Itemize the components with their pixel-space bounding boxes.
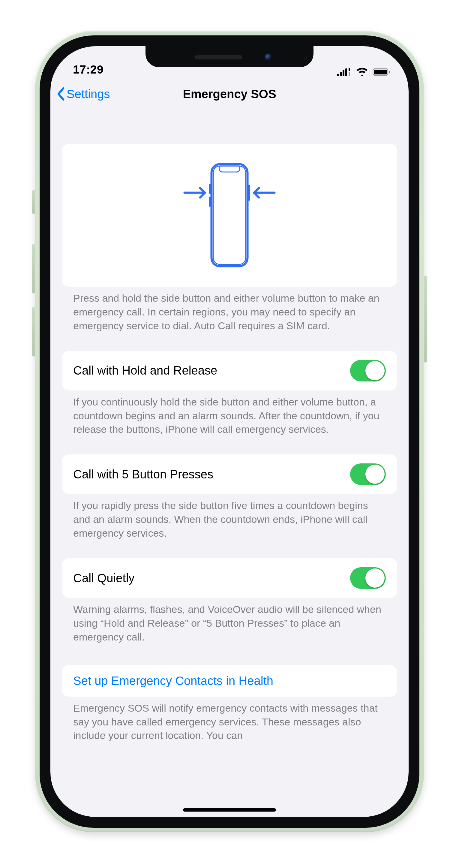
volume-up-button	[32, 244, 35, 293]
back-label: Settings	[67, 87, 110, 101]
illustration-card	[62, 144, 397, 287]
setting-footer: Warning alarms, flashes, and VoiceOver a…	[62, 598, 397, 644]
intro-footer: Press and hold the side button and eithe…	[62, 287, 397, 333]
svg-rect-4	[349, 68, 350, 71]
setting-footer: If you rapidly press the side button fiv…	[62, 494, 397, 540]
setup-emergency-contacts-link[interactable]: Set up Emergency Contacts in Health	[62, 665, 397, 696]
contacts-link-row: Set up Emergency Contacts in Health	[62, 665, 397, 696]
svg-rect-11	[248, 185, 250, 201]
setting-label: Call Quietly	[73, 571, 350, 585]
svg-rect-9	[211, 164, 248, 266]
svg-rect-3	[345, 68, 347, 76]
svg-rect-7	[374, 70, 387, 74]
back-button[interactable]: Settings	[56, 79, 110, 109]
volume-down-button	[32, 307, 35, 356]
toggle-hold-release[interactable]	[350, 360, 386, 381]
device-frame: 17:29	[35, 31, 424, 832]
setting-label: Call with 5 Button Presses	[73, 468, 350, 481]
front-camera	[264, 53, 272, 61]
svg-rect-10	[213, 166, 246, 265]
svg-rect-8	[389, 71, 390, 73]
nav-bar: Settings Emergency SOS	[51, 79, 408, 109]
status-time: 17:29	[71, 63, 103, 76]
svg-rect-0	[337, 74, 339, 76]
setting-row-hold-release: Call with Hold and Release	[62, 351, 397, 391]
cellular-icon	[337, 68, 352, 76]
setting-label: Call with Hold and Release	[73, 364, 350, 377]
svg-rect-1	[340, 72, 342, 76]
side-button	[424, 276, 427, 363]
mute-switch	[32, 190, 35, 214]
sos-press-illustration-icon	[62, 144, 397, 287]
svg-rect-2	[342, 70, 345, 76]
speaker-grill	[194, 55, 242, 59]
setting-footer: If you continuously hold the side button…	[62, 391, 397, 437]
toggle-call-quietly[interactable]	[350, 567, 386, 589]
battery-icon	[372, 68, 391, 76]
content-scroll[interactable]: Press and hold the side button and eithe…	[51, 144, 408, 743]
svg-rect-12	[209, 184, 211, 194]
screen: 17:29	[51, 46, 408, 817]
setting-row-call-quietly: Call Quietly	[62, 558, 397, 598]
svg-rect-5	[349, 72, 350, 75]
wifi-icon	[356, 68, 368, 76]
notch	[145, 46, 314, 67]
contacts-footer: Emergency SOS will notify emergency cont…	[62, 696, 397, 743]
svg-rect-13	[209, 196, 211, 207]
toggle-five-presses[interactable]	[350, 463, 386, 485]
home-indicator[interactable]	[183, 808, 276, 812]
page-title: Emergency SOS	[183, 87, 276, 101]
setting-row-five-presses: Call with 5 Button Presses	[62, 455, 397, 494]
chevron-left-icon	[56, 87, 67, 101]
